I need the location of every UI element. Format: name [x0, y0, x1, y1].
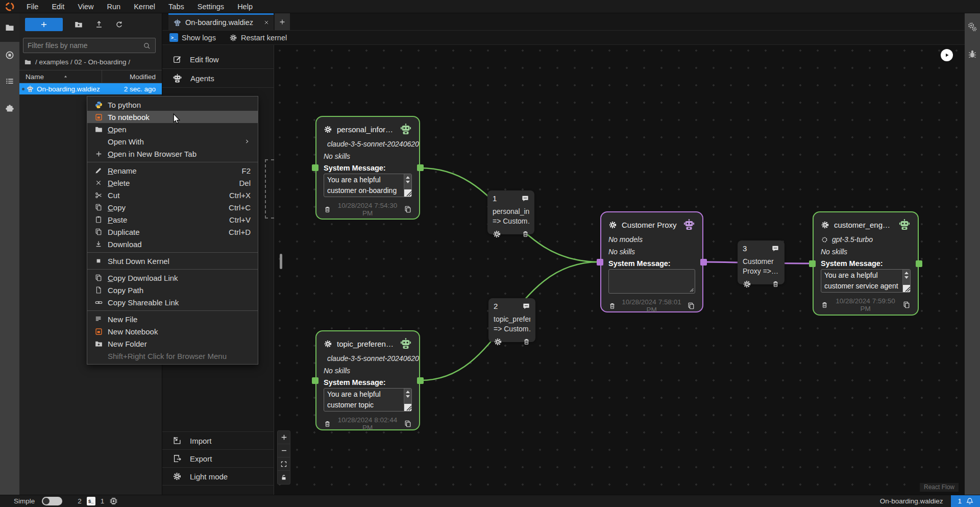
trash-icon[interactable]	[324, 420, 331, 428]
menu-run[interactable]: Run	[101, 0, 128, 13]
kernel-cpu-icon[interactable]	[109, 497, 118, 505]
reactflow-attribution[interactable]: React Flow	[920, 483, 959, 492]
menu-kernel[interactable]: Kernel	[127, 0, 162, 13]
gear-icon[interactable]	[494, 337, 502, 346]
restart-kernel-button[interactable]: Restart kernel	[229, 34, 287, 42]
system-message-textarea[interactable]: You are a helpful customer on-boarding a…	[324, 174, 412, 197]
menu-item-copy[interactable]: CopyCtrl+C	[87, 201, 258, 213]
notifications-button[interactable]: 1	[951, 495, 980, 507]
menu-tabs[interactable]: Tabs	[162, 0, 191, 13]
copy-icon[interactable]	[902, 301, 911, 309]
menu-settings[interactable]: Settings	[191, 0, 231, 13]
node-handle-left[interactable]	[312, 164, 318, 171]
trash-icon[interactable]	[324, 206, 331, 213]
extensions-icon[interactable]	[5, 104, 15, 114]
agent-node-personal-infor[interactable]: personal_infor… claude-3-5-sonnet-202406…	[315, 116, 420, 220]
chat-icon[interactable]	[522, 302, 530, 310]
resize-grip-icon[interactable]	[686, 284, 694, 293]
chat-icon[interactable]	[771, 245, 779, 253]
node-handle-left[interactable]	[597, 259, 603, 265]
zoom-in-button[interactable]	[278, 431, 290, 444]
menu-item-open-with[interactable]: Open With	[87, 135, 258, 148]
scroll-up-icon[interactable]	[904, 272, 909, 274]
menu-item-new-folder[interactable]: New Folder	[87, 337, 258, 350]
agent-node-customer-eng[interactable]: customer_eng… gpt-3.5-turbo No skills Sy…	[813, 211, 919, 316]
menu-item-copy-download-link[interactable]: Copy Download Link	[87, 272, 258, 284]
node-handle-right[interactable]	[417, 164, 424, 171]
menu-file[interactable]: File	[20, 0, 45, 13]
flow-canvas[interactable]: personal_infor… claude-3-5-sonnet-202406…	[274, 45, 965, 495]
menu-item-download[interactable]: Download	[87, 238, 258, 250]
node-handle-right[interactable]	[417, 377, 424, 384]
sidebar-item-export[interactable]: Export	[162, 450, 274, 468]
running-kernels-icon[interactable]	[5, 50, 15, 60]
terminal-icon[interactable]: $_	[87, 497, 95, 505]
trash-icon[interactable]	[523, 338, 530, 346]
menu-item-shut-down-kernel[interactable]: Shut Down Kernel	[87, 255, 258, 267]
menu-item-new-file[interactable]: New File	[87, 313, 258, 325]
column-modified[interactable]: Modified	[102, 70, 162, 83]
scroll-up-icon[interactable]	[406, 176, 410, 179]
system-message-textarea[interactable]	[608, 269, 695, 294]
agent-node-customer-proxy[interactable]: Customer Proxy No models No skills Syste…	[600, 211, 703, 312]
trash-icon[interactable]	[608, 302, 616, 310]
gear-icon[interactable]	[821, 221, 829, 229]
scroll-up-icon[interactable]	[406, 391, 410, 393]
new-launcher-button[interactable]	[25, 18, 63, 31]
gear-icon[interactable]	[743, 280, 751, 288]
property-inspector-icon[interactable]	[967, 22, 977, 32]
menu-item-delete[interactable]: DeleteDel	[87, 177, 258, 189]
gear-icon[interactable]	[608, 221, 617, 229]
menu-item-rename[interactable]: RenameF2	[87, 164, 258, 177]
node-handle-left[interactable]	[312, 377, 318, 384]
edge-node-1[interactable]: 1 personal_infor=> Custom…	[487, 190, 534, 234]
resize-grip-icon[interactable]	[404, 404, 412, 411]
menu-item-open[interactable]: Open	[87, 123, 258, 135]
new-tab-button[interactable]	[275, 13, 290, 30]
trash-icon[interactable]	[522, 230, 529, 238]
sidebar-item-agents[interactable]: Agents	[162, 69, 274, 88]
refresh-button[interactable]	[115, 20, 124, 29]
sidebar-item-edit-flow[interactable]: Edit flow	[162, 50, 274, 69]
sidebar-item-light-mode[interactable]: Light mode	[162, 468, 274, 486]
menu-item-open-in-new-browser-tab[interactable]: Open in New Browser Tab	[87, 148, 258, 160]
copy-icon[interactable]	[687, 302, 695, 310]
tab-onboarding-waldiez[interactable]: On-boarding.waldiez	[168, 13, 274, 30]
node-handle-right[interactable]	[916, 260, 922, 267]
menu-item-copy-shareable-link[interactable]: Copy Shareable Link	[87, 296, 258, 308]
simple-mode-toggle[interactable]	[42, 497, 62, 505]
close-tab-icon[interactable]	[263, 19, 270, 26]
sidebar-item-import[interactable]: Import	[162, 432, 274, 450]
system-message-textarea[interactable]: You are a helpful customer topic prefere…	[324, 388, 412, 412]
trash-icon[interactable]	[821, 301, 828, 309]
scroll-down-icon[interactable]	[406, 395, 410, 398]
run-flow-button[interactable]	[941, 49, 953, 61]
system-message-textarea[interactable]: You are a helpful customer service agent…	[821, 269, 911, 293]
gear-icon[interactable]	[324, 340, 332, 348]
menu-item-copy-path[interactable]: Copy Path	[87, 284, 258, 296]
column-name[interactable]: Name	[26, 73, 44, 81]
panel-resize-handle[interactable]	[280, 254, 282, 269]
filter-files-input[interactable]	[28, 41, 143, 50]
menu-item-duplicate[interactable]: DuplicateCtrl+D	[87, 226, 258, 238]
menu-item-to-python[interactable]: To python	[87, 99, 258, 111]
node-handle-right[interactable]	[700, 259, 707, 265]
resize-grip-icon[interactable]	[404, 189, 412, 197]
textarea-scrollbar[interactable]	[404, 389, 411, 411]
fit-view-button[interactable]	[278, 457, 290, 471]
menu-item-cut[interactable]: CutCtrl+X	[87, 189, 258, 201]
gear-icon[interactable]	[324, 125, 332, 134]
edge-node-2[interactable]: 2 topic_preferen=> Custom…	[488, 298, 535, 342]
gear-icon[interactable]	[493, 230, 501, 238]
lock-button[interactable]	[278, 471, 290, 484]
file-row-onboarding[interactable]: On-boarding.waldiez 2 sec. ago	[19, 83, 162, 94]
menu-item-new-notebook[interactable]: New Notebook	[87, 325, 258, 337]
show-logs-button[interactable]: >_ Show logs	[169, 33, 216, 42]
resize-grip-icon[interactable]	[903, 285, 911, 292]
textarea-scrollbar[interactable]	[404, 174, 411, 197]
trash-icon[interactable]	[772, 280, 779, 288]
copy-icon[interactable]	[404, 420, 412, 428]
menu-view[interactable]: View	[71, 0, 100, 13]
zoom-out-button[interactable]	[278, 444, 290, 457]
agent-node-topic-preferen[interactable]: topic_preferen… claude-3-5-sonnet-202406…	[315, 330, 420, 430]
